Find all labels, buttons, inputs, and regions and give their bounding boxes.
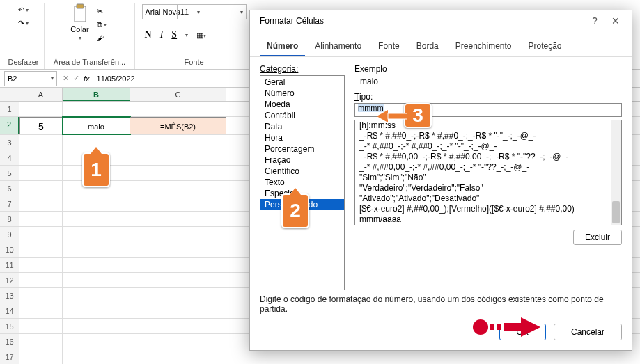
row-header[interactable]: 3 <box>0 135 19 150</box>
cell[interactable] <box>63 349 130 364</box>
format-item[interactable]: [$€-x-euro2] #,##0,00_);[Vermelho]([$€-x… <box>355 204 621 214</box>
cell[interactable] <box>63 242 130 257</box>
italic-button[interactable]: I <box>160 29 164 40</box>
category-item[interactable]: Fração <box>260 155 344 166</box>
cell[interactable] <box>130 319 226 333</box>
cell[interactable] <box>130 334 226 349</box>
close-button[interactable]: ✕ <box>605 15 626 26</box>
category-item[interactable]: Geral <box>260 77 344 88</box>
row-header[interactable]: 10 <box>0 242 19 257</box>
cell[interactable] <box>19 102 63 116</box>
cell[interactable] <box>130 227 226 242</box>
format-list[interactable]: [h]:mm:ss_-R$ * #,##0_-;-R$ * #,##0_-;_-… <box>354 120 622 225</box>
cell[interactable] <box>130 303 226 318</box>
format-item[interactable]: "Verdadeiro";"Verdadeiro";"Falso" <box>355 183 621 193</box>
cell[interactable] <box>130 349 226 364</box>
row-header[interactable]: 5 <box>0 166 19 180</box>
cell[interactable] <box>19 135 63 150</box>
cell[interactable] <box>63 303 130 318</box>
category-item[interactable]: Contábil <box>260 110 344 121</box>
category-item[interactable]: Data <box>260 121 344 132</box>
cell[interactable] <box>130 102 226 116</box>
cell[interactable] <box>63 102 130 116</box>
scrollbar-thumb[interactable] <box>612 201 620 223</box>
cell[interactable] <box>63 273 130 287</box>
cell[interactable] <box>63 196 130 211</box>
category-item[interactable]: Científico <box>260 166 344 177</box>
dialog-tab[interactable]: Preenchimento <box>448 37 519 56</box>
cell[interactable] <box>63 212 130 226</box>
select-all-corner[interactable] <box>0 88 19 101</box>
dialog-tab[interactable]: Número <box>260 37 305 56</box>
category-item[interactable]: Texto <box>260 177 344 188</box>
cell[interactable] <box>130 135 226 150</box>
format-item[interactable]: [$-pt-BR]dddd, d" de "mmmm" de "aaaa <box>355 225 621 225</box>
font-size-select[interactable]: 11 ▾ <box>177 4 203 19</box>
row-header[interactable]: 4 <box>0 150 19 165</box>
cell[interactable] <box>19 349 63 364</box>
format-item[interactable]: _-R$ * #,##0,00_-;-R$ * #,##0,00_-;_-R$ … <box>355 152 621 162</box>
row-header[interactable]: 12 <box>0 273 19 287</box>
format-painter-button[interactable]: 🖌 <box>94 32 109 43</box>
borders-button[interactable]: ▦▾ <box>196 31 206 40</box>
format-item[interactable]: mmm/aaaa <box>355 214 621 225</box>
col-header-a[interactable]: A <box>19 88 63 101</box>
cut-button[interactable]: ✂ <box>94 6 109 17</box>
category-item[interactable]: Número <box>260 88 344 99</box>
cell[interactable] <box>63 227 130 242</box>
help-button[interactable]: ? <box>584 15 605 26</box>
cell[interactable] <box>19 196 63 211</box>
cell[interactable] <box>130 242 226 257</box>
accept-formula-button[interactable]: ✓ <box>73 74 79 83</box>
cell[interactable] <box>19 212 63 226</box>
copy-button[interactable]: ⧉▾ <box>94 19 109 31</box>
cell[interactable] <box>19 303 63 318</box>
col-header-c[interactable]: C <box>130 88 226 101</box>
cell[interactable] <box>63 334 130 349</box>
row-header[interactable]: 1 <box>0 102 19 116</box>
row-header[interactable]: 9 <box>0 227 19 242</box>
category-item[interactable]: Moeda <box>260 99 344 110</box>
undo-button[interactable]: ↶▾ <box>15 4 31 16</box>
format-item[interactable]: _-R$ * #,##0_-;-R$ * #,##0_-;_-R$ * "-"_… <box>355 131 621 141</box>
cell[interactable] <box>130 212 226 226</box>
fx-icon[interactable]: fx <box>84 74 90 83</box>
cell[interactable] <box>19 288 63 303</box>
row-header[interactable]: 15 <box>0 319 19 333</box>
format-list-scrollbar[interactable] <box>611 120 621 225</box>
cancel-button[interactable]: Cancelar <box>554 324 622 340</box>
col-header-b[interactable]: B <box>63 88 130 101</box>
cell[interactable] <box>130 166 226 180</box>
cell[interactable] <box>63 319 130 333</box>
category-item[interactable]: Hora <box>260 132 344 143</box>
row-header[interactable]: 11 <box>0 258 19 272</box>
bold-button[interactable]: N <box>145 29 152 40</box>
cell[interactable] <box>19 242 63 257</box>
cell[interactable] <box>19 181 63 196</box>
cell[interactable] <box>130 273 226 287</box>
format-item[interactable]: "Ativado";"Ativado";"Desativado" <box>355 193 621 204</box>
cell[interactable]: =MÊS(B2) <box>130 117 226 134</box>
underline-button[interactable]: S <box>171 29 177 40</box>
row-header[interactable]: 13 <box>0 288 19 303</box>
cell[interactable] <box>130 196 226 211</box>
row-header[interactable]: 2 <box>0 117 19 134</box>
cell[interactable] <box>130 288 226 303</box>
dialog-tab[interactable]: Borda <box>409 37 446 56</box>
cell[interactable]: maio <box>63 117 130 134</box>
row-header[interactable]: 17 <box>0 349 19 364</box>
category-list[interactable]: GeralNúmeroMoedaContábilDataHoraPorcenta… <box>260 75 345 290</box>
cell[interactable] <box>130 181 226 196</box>
format-item[interactable]: "Sim";"Sim";"Não" <box>355 173 621 183</box>
redo-button[interactable]: ↷▾ <box>15 17 31 29</box>
row-header[interactable]: 6 <box>0 181 19 196</box>
row-header[interactable]: 16 <box>0 334 19 349</box>
cell[interactable] <box>130 150 226 165</box>
row-header[interactable]: 8 <box>0 212 19 226</box>
dialog-tab[interactable]: Fonte <box>371 37 407 56</box>
cell[interactable] <box>19 319 63 333</box>
cell[interactable] <box>63 288 130 303</box>
row-header[interactable]: 14 <box>0 303 19 318</box>
cell[interactable] <box>19 258 63 272</box>
cancel-formula-button[interactable]: ✕ <box>63 74 69 83</box>
